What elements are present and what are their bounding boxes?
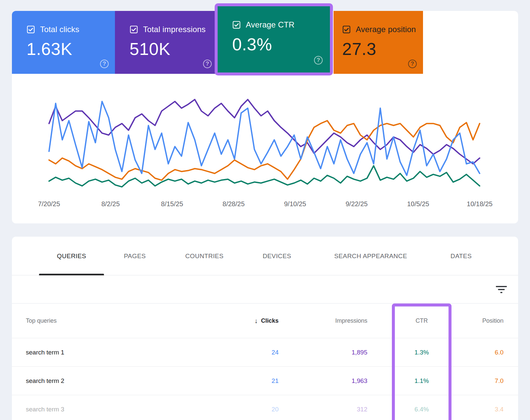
column-header-ctr[interactable]: CTR bbox=[367, 317, 476, 324]
help-icon[interactable]: ? bbox=[314, 56, 323, 65]
checkbox-checked-icon[interactable] bbox=[342, 25, 351, 34]
clicks-cell: 24 bbox=[202, 349, 279, 356]
metric-card-value: 510K bbox=[130, 39, 218, 59]
help-icon[interactable]: ? bbox=[408, 60, 417, 68]
table-row: search term 1 24 1,895 1.3% 6.0 bbox=[12, 338, 518, 366]
ctr-cell: 1.3% bbox=[367, 349, 476, 356]
tab-queries[interactable]: QUERIES bbox=[39, 237, 104, 275]
tab-devices[interactable]: DEVICES bbox=[245, 237, 309, 275]
impressions-cell: 312 bbox=[279, 406, 367, 413]
x-tick: 10/18/25 bbox=[467, 200, 493, 208]
search-performance-report: Total clicks 1.63K ? Total impressions 5… bbox=[0, 0, 530, 420]
checkbox-checked-icon[interactable] bbox=[130, 25, 138, 34]
performance-line-chart bbox=[49, 97, 480, 193]
column-header-position[interactable]: Position bbox=[476, 317, 504, 324]
metric-card-average-position[interactable]: Average position 27.3 ? bbox=[334, 11, 423, 74]
ctr-cell: 1.1% bbox=[367, 377, 476, 385]
table-row: search term 2 21 1,963 1.1% 7.0 bbox=[12, 366, 518, 395]
query-cell[interactable]: search term 1 bbox=[12, 349, 202, 356]
metric-card-label: Average position bbox=[356, 25, 416, 34]
x-tick: 8/15/25 bbox=[161, 200, 183, 208]
metric-card-total-impressions[interactable]: Total impressions 510K ? bbox=[115, 11, 218, 74]
clicks-cell: 20 bbox=[202, 406, 279, 413]
x-tick: 10/5/25 bbox=[407, 200, 429, 208]
position-cell: 6.0 bbox=[476, 349, 504, 356]
x-tick: 9/22/25 bbox=[345, 200, 368, 208]
metric-card-value: 0.3% bbox=[232, 34, 330, 54]
dimensions-table-panel: QUERIES PAGES COUNTRIES DEVICES SEARCH A… bbox=[12, 237, 518, 420]
checkbox-checked-icon[interactable] bbox=[26, 25, 35, 34]
clicks-cell: 21 bbox=[202, 377, 279, 385]
column-header-top-queries[interactable]: Top queries bbox=[12, 317, 202, 324]
table-header-row: Top queries ↓ Clicks Impressions CTR Pos… bbox=[12, 303, 518, 338]
ctr-cell: 6.4% bbox=[367, 406, 476, 413]
help-icon[interactable]: ? bbox=[100, 60, 109, 68]
filter-list-icon[interactable] bbox=[495, 283, 507, 296]
metric-card-label: Total impressions bbox=[143, 25, 206, 34]
x-tick: 7/20/25 bbox=[38, 200, 60, 208]
query-cell[interactable]: search term 3 bbox=[12, 406, 202, 413]
impressions-cell: 1,963 bbox=[279, 377, 367, 385]
position-cell: 3.4 bbox=[476, 406, 504, 413]
tab-dates[interactable]: DATES bbox=[433, 237, 490, 275]
checkbox-checked-icon[interactable] bbox=[232, 21, 241, 29]
tab-search-appearance[interactable]: SEARCH APPEARANCE bbox=[316, 237, 425, 275]
metric-card-total-clicks[interactable]: Total clicks 1.63K ? bbox=[12, 11, 115, 74]
x-tick: 9/10/25 bbox=[284, 200, 306, 208]
column-header-clicks[interactable]: ↓ Clicks bbox=[202, 317, 279, 325]
chart-canvas bbox=[49, 97, 480, 193]
performance-overview-panel: Total clicks 1.63K ? Total impressions 5… bbox=[12, 11, 518, 223]
position-cell: 7.0 bbox=[476, 377, 504, 385]
sort-desc-icon: ↓ bbox=[254, 317, 258, 325]
x-tick: 8/28/25 bbox=[223, 200, 245, 208]
tab-pages[interactable]: PAGES bbox=[106, 237, 164, 275]
table-row: search term 3 20 312 6.4% 3.4 bbox=[12, 395, 518, 420]
metric-card-average-ctr[interactable]: Average CTR 0.3% ? bbox=[218, 6, 330, 72]
x-tick: 8/2/25 bbox=[101, 200, 120, 208]
help-icon[interactable]: ? bbox=[203, 60, 212, 68]
metric-card-label: Average CTR bbox=[246, 20, 294, 29]
chart-x-axis-labels: 7/20/25 8/2/25 8/15/25 8/28/25 9/10/25 9… bbox=[49, 200, 480, 208]
metric-card-value: 27.3 bbox=[342, 39, 423, 59]
column-header-impressions[interactable]: Impressions bbox=[279, 317, 367, 324]
metric-card-label: Total clicks bbox=[40, 25, 79, 34]
impressions-cell: 1,895 bbox=[279, 349, 367, 356]
tab-countries[interactable]: COUNTRIES bbox=[167, 237, 241, 275]
metric-cards-row: Total clicks 1.63K ? Total impressions 5… bbox=[12, 11, 518, 74]
chart-line-impressions bbox=[49, 100, 480, 164]
dimension-tabs: QUERIES PAGES COUNTRIES DEVICES SEARCH A… bbox=[12, 237, 518, 275]
metric-card-value: 1.63K bbox=[26, 39, 115, 59]
table-toolbar bbox=[12, 275, 518, 303]
annotation-highlight-frame-average-ctr: Average CTR 0.3% ? bbox=[215, 3, 333, 75]
query-cell[interactable]: search term 2 bbox=[12, 377, 202, 385]
